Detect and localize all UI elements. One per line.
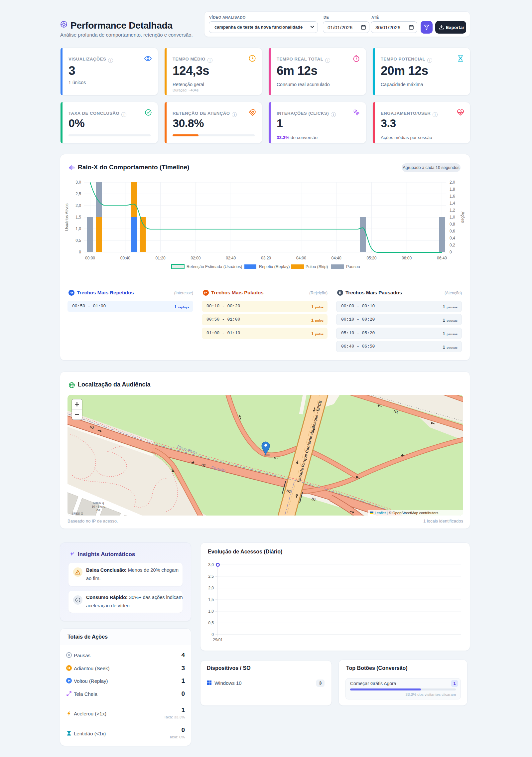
svg-text:Repetiu (Replay): Repetiu (Replay) (259, 264, 290, 269)
svg-text:0,6: 0,6 (450, 229, 455, 233)
svg-text:1,0: 1,0 (75, 227, 81, 231)
svg-text:0: 0 (79, 250, 81, 254)
svg-text:2,0: 2,0 (450, 180, 455, 185)
svg-text:0,4: 0,4 (450, 236, 455, 240)
svg-text:1,8: 1,8 (450, 187, 455, 192)
svg-text:10 - Bloco: 10 - Bloco (92, 505, 105, 508)
svg-text:06:40: 06:40 (437, 256, 447, 260)
svg-text:G2: G2 (96, 509, 100, 512)
svg-text:01:20: 01:20 (156, 256, 166, 260)
svg-text:1,5: 1,5 (75, 215, 81, 220)
svg-text:2,0: 2,0 (75, 203, 81, 208)
svg-text:Retenção Estimada (Usuários): Retenção Estimada (Usuários) (187, 264, 242, 269)
svg-text:0,5: 0,5 (75, 238, 81, 243)
svg-text:02:40: 02:40 (226, 256, 236, 260)
svg-text:SRES Q: SRES Q (72, 512, 83, 515)
svg-text:Pausou: Pausou (346, 264, 360, 269)
svg-text:06:00: 06:00 (402, 256, 412, 260)
svg-text:1,0: 1,0 (450, 215, 455, 220)
svg-text:1,2: 1,2 (450, 208, 455, 213)
svg-text:2,0: 2,0 (208, 586, 214, 590)
svg-text:2,5: 2,5 (75, 192, 81, 196)
svg-text:Ações: Ações (461, 212, 465, 223)
svg-text:2,5: 2,5 (208, 574, 214, 579)
svg-text:29/01: 29/01 (213, 638, 223, 642)
svg-text:1,6: 1,6 (450, 194, 455, 199)
svg-text:03:20: 03:20 (261, 256, 271, 260)
svg-text:0,2: 0,2 (450, 243, 455, 247)
svg-text:02:00: 02:00 (191, 256, 200, 260)
svg-text:1,0: 1,0 (208, 609, 214, 614)
svg-text:1,5: 1,5 (208, 597, 214, 602)
svg-text:3,0: 3,0 (75, 180, 81, 185)
svg-text:05:20: 05:20 (366, 256, 376, 260)
svg-text:0: 0 (211, 632, 214, 637)
svg-text:0,8: 0,8 (450, 222, 455, 227)
svg-text:3,0: 3,0 (208, 562, 214, 567)
svg-text:00:00: 00:00 (85, 256, 95, 260)
svg-text:1,4: 1,4 (450, 201, 455, 206)
svg-text:00:40: 00:40 (120, 256, 130, 260)
svg-text:0,5: 0,5 (208, 621, 214, 625)
svg-text:Pulou (Skip): Pulou (Skip) (306, 264, 328, 269)
svg-text:0: 0 (450, 250, 452, 254)
svg-text:Leaflet | © OpenStreetMap cont: Leaflet | © OpenStreetMap contributors (375, 511, 439, 515)
svg-text:04:00: 04:00 (296, 256, 306, 260)
svg-text:04:40: 04:40 (332, 256, 341, 260)
svg-text:SRES Q: SRES Q (93, 501, 104, 505)
svg-text:Usuários Ativos: Usuários Ativos (65, 204, 69, 231)
